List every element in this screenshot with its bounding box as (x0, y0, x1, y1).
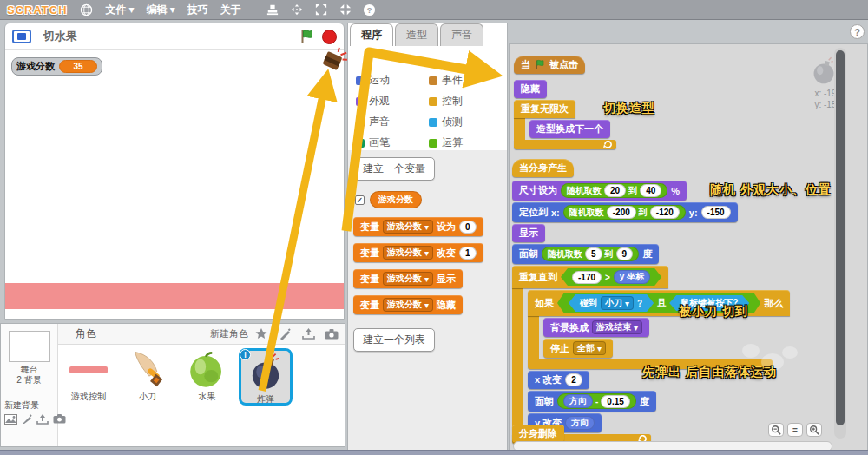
category-operators[interactable]: 运算 (426, 135, 486, 151)
show-variable-block[interactable]: 变量 游戏分数▾ 显示 (353, 269, 463, 288)
zoom-out-button[interactable] (768, 423, 784, 437)
tab-sounds[interactable]: 声音 (440, 23, 483, 46)
variable-reporter[interactable]: 游戏分数 (370, 191, 422, 208)
value-input[interactable]: 1 (459, 247, 477, 260)
stage-thumbnail[interactable] (9, 331, 50, 362)
show-block[interactable]: 显示 (512, 224, 545, 242)
variable-checkbox[interactable]: ✓ (355, 195, 365, 205)
menu-tips[interactable]: 技巧 (187, 3, 208, 17)
score-variable-monitor[interactable]: 游戏分数 35 (11, 57, 102, 76)
forever-block[interactable]: 重复无限次 造型换成下一个 (514, 100, 616, 149)
sprite-library-icon[interactable] (253, 327, 269, 341)
camera-sprite-icon[interactable] (324, 327, 339, 341)
category-sensing[interactable]: 侦测 (426, 114, 486, 130)
sprite-fruit[interactable]: 水果 (180, 348, 233, 406)
camera-backdrop-icon[interactable] (53, 414, 66, 425)
point-in-direction-block[interactable]: 面朝 随机取数5到9 度 (512, 244, 659, 264)
green-flag-icon[interactable] (299, 29, 315, 44)
category-looks[interactable]: 外观 (353, 93, 424, 109)
help-button[interactable]: ? (850, 24, 865, 39)
backdrop-count: 2 背景 (16, 375, 41, 386)
change-variable-block[interactable]: 变量 游戏分数▾ 改变 1 (353, 243, 483, 262)
category-control[interactable]: 控制 (426, 93, 486, 109)
sprite-dropdown[interactable]: 小刀▾ (601, 296, 634, 310)
variable-dropdown[interactable]: 游戏分数▾ (383, 298, 433, 312)
fullscreen-icon[interactable] (12, 30, 31, 43)
stop-all-block[interactable]: 停止 全部▾ (543, 339, 613, 358)
hide-block[interactable]: 隐藏 (514, 80, 547, 98)
dropdown-arrow-icon: ▾ (424, 274, 429, 284)
category-motion[interactable]: 运动 (353, 72, 424, 89)
zoom-reset-button[interactable]: = (787, 423, 803, 437)
annotation-cut-by-knife: 被小刀 切到 (679, 304, 748, 320)
shrink-sprite-icon[interactable] (339, 3, 352, 16)
upload-sprite-icon[interactable] (300, 327, 316, 341)
set-variable-block[interactable]: 变量 游戏分数▾ 设为 0 (353, 217, 483, 236)
y-position-reporter[interactable]: y 坐标 (614, 270, 650, 284)
direction-reporter[interactable]: 方向 (565, 416, 595, 430)
pick-random-reporter[interactable]: 随机取数20到40 (561, 183, 667, 198)
tab-costumes[interactable]: 造型 (395, 23, 438, 46)
value-input[interactable]: 0 (459, 221, 477, 234)
scratch-app-window: SCRATCH 文件▾ 编辑▾ 技巧 关于 ? (0, 0, 868, 455)
zoom-in-button[interactable] (806, 423, 822, 437)
pick-random-reporter[interactable]: 随机取数5到9 (542, 247, 639, 261)
help-icon[interactable]: ? (363, 3, 377, 16)
when-flag-clicked-block[interactable]: 当 被点击 (514, 56, 585, 74)
script-area[interactable]: 当 被点击 隐藏 重复无限次 造型换成下一个 当分身产生 尺寸设为 随机取数20… (509, 43, 868, 455)
variable-dropdown[interactable]: 游戏分数▾ (383, 220, 433, 234)
annotation-random-size-position: 随机 外观大小、位置 (710, 182, 832, 198)
sprite-list: 游戏控制 小刀 (62, 348, 293, 406)
paint-backdrop-icon[interactable] (22, 414, 32, 425)
delete-tool-icon[interactable] (290, 3, 304, 16)
menu-file[interactable]: 文件▾ (106, 3, 135, 17)
sprite-info-icon[interactable]: i (240, 349, 251, 360)
greater-than-operator[interactable]: -170 > y 坐标 (561, 268, 661, 286)
bubble-decoration (742, 344, 760, 358)
stop-dropdown[interactable]: 全部▾ (573, 341, 606, 355)
menu-edit[interactable]: 编辑▾ (147, 3, 175, 17)
switch-backdrop-block[interactable]: 背景换成 游戏结束▾ (543, 318, 649, 337)
stage-viewport[interactable]: 游戏分数 35 (5, 50, 344, 311)
apple-thumbnail (183, 350, 230, 390)
direction-reporter[interactable]: 方向 (563, 394, 593, 408)
change-x-block[interactable]: x 改变2 (528, 371, 589, 389)
duplicate-stamp-icon[interactable] (266, 3, 279, 16)
pick-random-reporter[interactable]: 随机取数-200到-120 (563, 205, 686, 220)
sprite-knife[interactable]: 小刀 (121, 348, 174, 406)
script-vertical-scrollbar[interactable] (834, 48, 846, 439)
make-variable-button[interactable]: 建立一个变量 (353, 157, 435, 181)
menu-about[interactable]: 关于 (220, 3, 241, 17)
category-pen[interactable]: 画笔 (353, 135, 424, 151)
make-list-button[interactable]: 建立一个列表 (353, 328, 435, 352)
backdrop-dropdown[interactable]: 游戏结束▾ (592, 320, 642, 334)
editor-tabs: 程序 造型 声音 (350, 23, 483, 46)
variable-dropdown[interactable]: 游戏分数▾ (383, 272, 433, 286)
chevron-down-icon: ▾ (129, 3, 135, 16)
subtract-operator[interactable]: 方向 - 0.15 (557, 393, 636, 409)
go-to-xy-block[interactable]: 定位到x: 随机取数-200到-120 y:-150 (512, 202, 738, 222)
next-costume-block[interactable]: 造型换成下一个 (529, 120, 610, 138)
annotation-switch-costume: 切换造型 (603, 101, 655, 116)
grow-sprite-icon[interactable] (314, 3, 328, 16)
variable-dropdown[interactable]: 游戏分数▾ (383, 246, 433, 260)
sprite-bomb[interactable]: i 炸弹 (239, 348, 293, 406)
tab-scripts[interactable]: 程序 (350, 23, 393, 46)
stage-name: 舞台 (16, 365, 41, 375)
upload-backdrop-icon[interactable] (36, 414, 49, 425)
stop-button[interactable] (322, 30, 337, 44)
backdrop-library-icon[interactable] (4, 414, 17, 425)
when-start-as-clone-block[interactable]: 当分身产生 (512, 159, 574, 177)
language-globe-icon[interactable] (80, 3, 94, 16)
category-sound[interactable]: 声音 (353, 114, 424, 130)
set-size-block[interactable]: 尺寸设为 随机取数20到40 % (512, 181, 687, 201)
category-events[interactable]: 事件 (426, 72, 486, 89)
hide-variable-block[interactable]: 变量 游戏分数▾ 隐藏 (353, 295, 463, 314)
touching-sprite-boolean[interactable]: 碰到小刀▾? (569, 294, 654, 312)
delete-clone-block[interactable]: 分身删除 (512, 425, 564, 443)
cursor-tools: ? (266, 3, 377, 16)
sprite-game-control[interactable]: 游戏控制 (62, 348, 115, 406)
point-in-direction-block-2[interactable]: 面朝 方向 - 0.15 度 (528, 391, 656, 412)
paint-sprite-icon[interactable] (277, 327, 293, 341)
stage-selector[interactable]: 舞台 2 背景 新建背景 (1, 324, 58, 446)
